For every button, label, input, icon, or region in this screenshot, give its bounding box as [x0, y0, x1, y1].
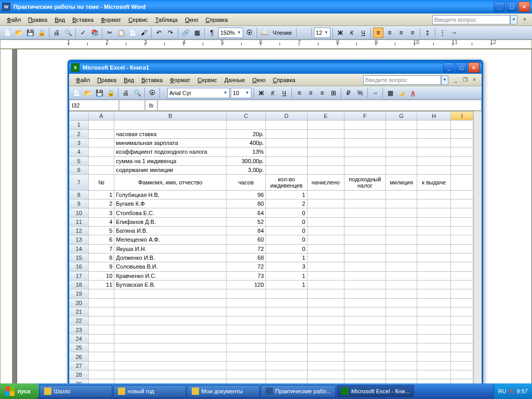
cell-C24[interactable]: [227, 334, 266, 343]
cell-F8[interactable]: [344, 190, 385, 199]
cell-H7[interactable]: к выдаче: [417, 175, 451, 191]
cell-H24[interactable]: [417, 334, 451, 343]
cell-A3[interactable]: [88, 138, 114, 147]
zoom-combo[interactable]: 150%▼: [218, 28, 243, 38]
cell-A5[interactable]: [88, 156, 114, 165]
cell-E3[interactable]: [307, 138, 344, 147]
excel-indent-icon[interactable]: →: [370, 88, 380, 98]
cell-H4[interactable]: [417, 148, 451, 156]
cell-H6[interactable]: [417, 165, 451, 174]
cell-C8[interactable]: 96: [227, 190, 266, 199]
cell-A20[interactable]: [88, 298, 114, 307]
cell-F26[interactable]: [344, 352, 385, 361]
row-header-14[interactable]: 14: [70, 244, 89, 253]
row-header-27[interactable]: 27: [70, 361, 89, 370]
close-button[interactable]: ×: [518, 2, 530, 12]
cell-C28[interactable]: [227, 370, 266, 379]
cell-E21[interactable]: [307, 307, 344, 316]
cell-C11[interactable]: 52: [227, 217, 266, 226]
cell-I1[interactable]: [451, 121, 473, 129]
cell-D21[interactable]: [265, 307, 307, 316]
cell-D14[interactable]: 0: [265, 244, 307, 253]
cell-I13[interactable]: [451, 235, 473, 244]
cell-D9[interactable]: 2: [265, 200, 307, 208]
italic-icon[interactable]: К: [347, 28, 357, 38]
clock[interactable]: 9:57: [517, 388, 528, 394]
underline-icon[interactable]: Ч: [358, 28, 368, 38]
cell-I2[interactable]: [451, 129, 473, 138]
cell-H23[interactable]: [417, 325, 451, 334]
excel-fill-color-icon[interactable]: ◢: [396, 88, 407, 98]
cell-F15[interactable]: [344, 253, 385, 262]
row-header-5[interactable]: 5: [70, 156, 89, 165]
fx-button[interactable]: fx: [145, 100, 157, 111]
cell-B5[interactable]: сумма на 1 иждивенца: [114, 156, 227, 165]
cell-G13[interactable]: [385, 235, 417, 244]
cell-G23[interactable]: [385, 325, 417, 334]
excel-font-size-combo[interactable]: 10▼: [231, 88, 251, 98]
cell-D16[interactable]: 3: [265, 262, 307, 271]
cell-G2[interactable]: [385, 129, 417, 138]
cell-G1[interactable]: [385, 121, 417, 129]
task-item-mydocs[interactable]: Мои документы: [187, 385, 260, 397]
cell-A4[interactable]: [88, 148, 114, 156]
cell-E15[interactable]: [307, 253, 344, 262]
cell-E9[interactable]: [307, 200, 344, 208]
cell-H22[interactable]: [417, 316, 451, 325]
excel-help-icon[interactable]: ⦿: [147, 88, 157, 98]
excel-menu-help[interactable]: Справка: [269, 76, 299, 84]
col-header-I[interactable]: I: [451, 112, 473, 121]
cell-I4[interactable]: [451, 148, 473, 156]
cell-H10[interactable]: [417, 208, 451, 217]
task-item-shazzo[interactable]: Шаззо: [39, 385, 112, 397]
cell-I26[interactable]: [451, 352, 473, 361]
excel-permission-icon[interactable]: 🔒: [105, 88, 116, 98]
cell-A25[interactable]: [88, 343, 114, 352]
open-icon[interactable]: 📂: [14, 28, 24, 38]
cell-F12[interactable]: [344, 227, 385, 235]
excel-save-icon[interactable]: 💾: [94, 88, 104, 98]
cell-B2[interactable]: часовая ставка: [114, 129, 227, 138]
cell-D27[interactable]: [265, 361, 307, 370]
cell-C19[interactable]: [227, 289, 266, 298]
cell-F19[interactable]: [344, 289, 385, 298]
task-item-newyear[interactable]: новый год: [113, 385, 186, 397]
cell-F4[interactable]: [344, 148, 385, 156]
excel-close-button[interactable]: ×: [468, 62, 480, 73]
cell-C21[interactable]: [227, 307, 266, 316]
cell-H12[interactable]: [417, 227, 451, 235]
cell-G26[interactable]: [385, 352, 417, 361]
cell-I10[interactable]: [451, 208, 473, 217]
cell-H19[interactable]: [417, 289, 451, 298]
cell-G16[interactable]: [385, 262, 417, 271]
menu-view[interactable]: Вид: [51, 16, 69, 24]
row-header-6[interactable]: 6: [70, 165, 89, 174]
col-header-E[interactable]: E: [307, 112, 344, 121]
cell-D5[interactable]: [265, 156, 307, 165]
cell-B22[interactable]: [114, 316, 227, 325]
excel-bold-icon[interactable]: Ж: [256, 88, 267, 98]
cell-A17[interactable]: 10: [88, 271, 114, 280]
cell-E26[interactable]: [307, 352, 344, 361]
cell-G10[interactable]: [385, 208, 417, 217]
system-tray[interactable]: RU K 9:57: [494, 383, 532, 399]
col-header-G[interactable]: G: [385, 112, 417, 121]
cell-I3[interactable]: [451, 138, 473, 147]
cell-A6[interactable]: [88, 165, 114, 174]
cell-E14[interactable]: [307, 244, 344, 253]
cell-C23[interactable]: [227, 325, 266, 334]
cell-D11[interactable]: 0: [265, 217, 307, 226]
cell-I11[interactable]: [451, 217, 473, 226]
cell-I12[interactable]: [451, 227, 473, 235]
cell-H9[interactable]: [417, 200, 451, 208]
cell-E2[interactable]: [307, 129, 344, 138]
cell-C14[interactable]: 72: [227, 244, 266, 253]
print-icon[interactable]: 🖨: [51, 28, 62, 38]
row-header-20[interactable]: 20: [70, 298, 89, 307]
lang-indicator[interactable]: RU: [498, 388, 507, 394]
formula-input[interactable]: [157, 100, 482, 111]
cell-B14[interactable]: Якуша И.Н.: [114, 244, 227, 253]
permission-icon[interactable]: 🔒: [36, 28, 47, 38]
reading-icon[interactable]: 📖: [259, 28, 270, 38]
cell-B26[interactable]: [114, 352, 227, 361]
